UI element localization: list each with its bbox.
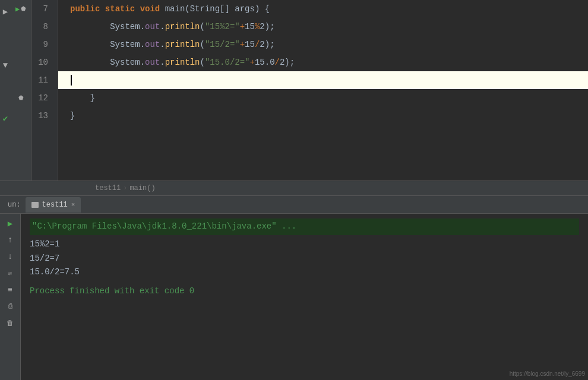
string-9: "15/2=" xyxy=(205,40,240,49)
code-line-7: public static void main(String[] args) { xyxy=(58,0,588,18)
out-8: out xyxy=(145,22,160,31)
tab-title: test11 xyxy=(42,201,68,209)
out-10: out xyxy=(145,58,160,67)
system-10: System xyxy=(110,58,140,67)
line-numbers: 7 8 9 10 11 12 13 xyxy=(31,0,58,180)
code-lines[interactable]: public static void main(String[] args) {… xyxy=(58,0,588,180)
tab-close-button[interactable]: × xyxy=(71,201,75,208)
code-container: ▶ ▼ ✔ ▶ ⬟ ⬟ 7 xyxy=(0,0,588,180)
tab-file-icon xyxy=(31,202,39,208)
bottom-panel: un: test11 × ▶ ↑ ↓ ⇌ ≡ ⎙ 🗑 "C:\Program F… xyxy=(0,196,588,380)
gutter-row-7: ▶ ⬟ xyxy=(11,0,31,18)
watermark: https://blog.csdn.net/ly_6699 xyxy=(510,370,585,377)
console-output: ▶ ↑ ↓ ⇌ ≡ ⎙ 🗑 "C:\Program Files\Java\jdk… xyxy=(0,214,588,380)
console-output-line-3: 15.0/2=7.5 xyxy=(30,265,579,280)
nav-check: ✔ xyxy=(3,110,8,128)
run-icon-7[interactable]: ▶ xyxy=(15,5,20,14)
system-9: System xyxy=(110,40,140,49)
println-9: println xyxy=(165,40,200,49)
run-label: un: xyxy=(3,201,26,209)
editor-area: ▶ ▼ ✔ ▶ ⬟ ⬟ 7 xyxy=(0,0,588,196)
code-line-10: System.out.println("15.0/2="+15.0/2); xyxy=(58,53,588,71)
out-9: out xyxy=(145,40,160,49)
closing-brace-12: } xyxy=(90,93,95,103)
gutter-row-9 xyxy=(11,36,31,53)
console-process-line: Process finished with exit code 0 xyxy=(30,284,579,299)
breadcrumb-separator: › xyxy=(123,184,127,192)
nav-column: ▶ ▼ ✔ xyxy=(0,0,11,180)
console-output-line-2: 15/2=7 xyxy=(30,252,579,266)
gutter-row-8 xyxy=(11,18,31,36)
closing-brace-13: } xyxy=(70,111,75,121)
code-line-9: System.out.println("15/2="+15/2); xyxy=(58,36,588,53)
line-num-10: 10 xyxy=(31,53,53,71)
gutter-row-13 xyxy=(11,107,31,125)
text-cursor xyxy=(71,75,72,86)
code-line-11[interactable] xyxy=(58,71,588,89)
println-10: println xyxy=(165,58,200,67)
align-button[interactable]: ≡ xyxy=(4,283,17,296)
run-button[interactable]: ▶ xyxy=(4,217,17,230)
string-10: "15.0/2=" xyxy=(205,58,250,67)
keyword-void: void xyxy=(140,4,160,14)
console-text-area: "C:\Program Files\Java\jdk1.8.0_221\bin\… xyxy=(21,214,588,380)
code-line-8: System.out.println("15%2="+15%2); xyxy=(58,18,588,36)
gutter-row-10 xyxy=(11,53,31,71)
bookmark-12[interactable]: ⬟ xyxy=(18,94,24,102)
nav-down-arrow[interactable]: ▼ xyxy=(3,56,8,74)
method-name-main: main(String[] args) { xyxy=(165,4,270,14)
bookmark-7[interactable]: ⬟ xyxy=(21,5,26,12)
print-button[interactable]: ⎙ xyxy=(4,300,17,313)
console-output-line-1: 15%2=1 xyxy=(30,238,579,252)
line-num-11: 11 xyxy=(31,71,53,89)
breadcrumb: test11 › main() xyxy=(0,180,588,195)
breadcrumb-method: main() xyxy=(129,184,155,192)
scroll-up-button[interactable]: ↑ xyxy=(4,233,17,246)
breadcrumb-class: test11 xyxy=(95,184,121,192)
scroll-down-button[interactable]: ↓ xyxy=(4,250,17,263)
code-line-12: } xyxy=(58,89,588,107)
wrap-button[interactable]: ⇌ xyxy=(4,267,17,280)
tab-test11[interactable]: test11 × xyxy=(26,197,81,213)
gutter-row-11 xyxy=(11,71,31,89)
delete-button[interactable]: 🗑 xyxy=(4,316,17,330)
system-8: System xyxy=(110,22,140,31)
line-num-7: 7 xyxy=(31,0,53,18)
console-toolbar: ▶ ↑ ↓ ⇌ ≡ ⎙ 🗑 xyxy=(0,214,21,380)
keyword-public: public xyxy=(70,4,100,14)
tab-bar: un: test11 × xyxy=(0,196,588,214)
println-8: println xyxy=(165,22,200,31)
line-num-8: 8 xyxy=(31,18,53,36)
code-line-13: } xyxy=(58,107,588,125)
line-num-9: 9 xyxy=(31,36,53,53)
keyword-static: static xyxy=(105,4,135,14)
nav-up-arrow[interactable]: ▶ xyxy=(3,3,8,21)
gutter-icons: ▶ ⬟ ⬟ xyxy=(11,0,31,180)
line-num-12: 12 xyxy=(31,89,53,107)
gutter-row-12: ⬟ xyxy=(11,89,31,107)
string-8: "15%2=" xyxy=(205,22,240,31)
line-num-13: 13 xyxy=(31,107,53,125)
console-cmd-line: "C:\Program Files\Java\jdk1.8.0_221\bin\… xyxy=(30,218,579,235)
